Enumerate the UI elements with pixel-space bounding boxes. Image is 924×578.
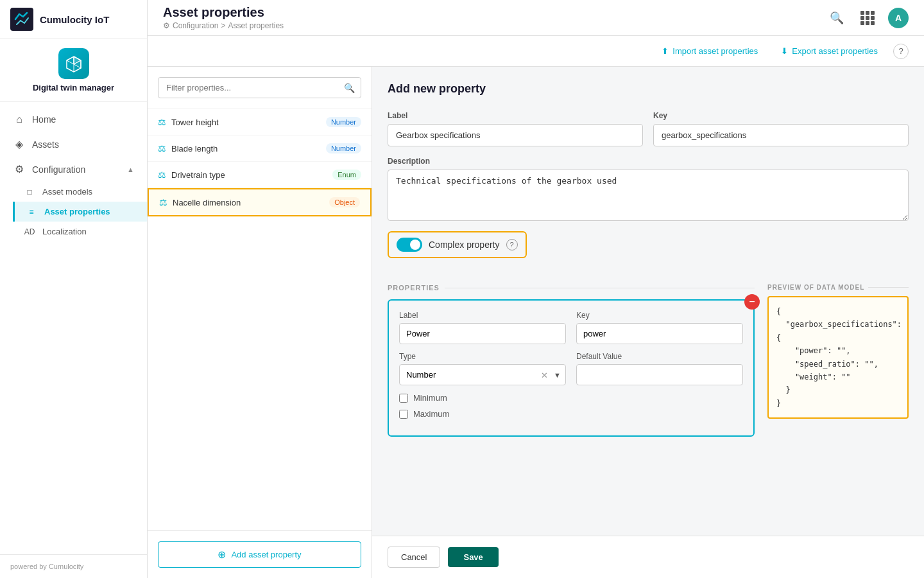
list-item[interactable]: ⚖ Drivetrain type Enum	[148, 162, 372, 188]
apps-grid-icon	[859, 10, 876, 26]
maximum-checkbox[interactable]	[399, 410, 408, 419]
type-select-wrap: Number Text Boolean Enum Date ✕	[399, 364, 566, 385]
sub-label-key-row: Label Key	[399, 311, 743, 344]
sub-label-input[interactable]	[399, 323, 566, 344]
action-bar: ⬆ Import asset properties ⬇ Export asset…	[148, 36, 924, 67]
key-field-label: Key	[653, 111, 909, 120]
property-items-list: ⚖ Tower height Number ⚖ Blade length Num…	[148, 109, 372, 530]
svg-line-5	[67, 60, 74, 64]
add-asset-property-button[interactable]: ⊕ Add asset property	[158, 541, 361, 568]
sidebar: Cumulocity IoT Digital twin manager ⌂ Ho…	[0, 0, 148, 578]
sidebar-item-asset-models[interactable]: □ Asset models	[13, 182, 147, 202]
maximum-row: Maximum	[399, 409, 743, 419]
maximum-label: Maximum	[413, 409, 449, 419]
complex-help-icon[interactable]: ?	[506, 239, 518, 250]
sub-key-field-label: Key	[576, 311, 743, 320]
export-btn[interactable]: ⬇ Export asset properties	[773, 42, 886, 60]
complex-toggle[interactable]	[397, 238, 422, 252]
sidebar-item-label: Asset properties	[44, 207, 110, 216]
search-input[interactable]	[158, 77, 361, 98]
search-icon[interactable]: 🔍	[826, 8, 847, 28]
home-icon: ⌂	[13, 114, 26, 125]
topbar-title-section: Asset properties ⚙ Configuration > Asset…	[163, 5, 284, 30]
import-btn[interactable]: ⬆ Import asset properties	[654, 42, 766, 60]
type-badge: Number	[326, 117, 361, 127]
main-area: Asset properties ⚙ Configuration > Asset…	[148, 0, 924, 578]
label-key-row: Label Key	[388, 111, 909, 146]
list-item[interactable]: ⚖ Tower height Number	[148, 109, 372, 136]
help-btn[interactable]: ?	[893, 44, 909, 59]
breadcrumb: ⚙ Configuration > Asset properties	[163, 21, 284, 30]
list-item[interactable]: ⚖ Blade length Number	[148, 136, 372, 162]
sub-label-group: Label	[399, 311, 566, 344]
cube-icon	[65, 55, 83, 73]
description-label: Description	[388, 157, 909, 166]
dtm-section: Digital twin manager	[0, 39, 147, 102]
sidebar-item-configuration[interactable]: ⚙ Configuration ▲	[0, 157, 147, 182]
property-icon: ⚖	[158, 170, 166, 180]
main-right: Add new property Label Key	[372, 67, 924, 578]
sidebar-item-home[interactable]: ⌂ Home	[0, 107, 147, 132]
page-title: Asset properties	[163, 5, 284, 20]
preview-line: }	[776, 397, 900, 410]
list-item[interactable]: ⚖ Nacelle dimension Object	[148, 188, 372, 216]
preview-line: "gearbox_specifications": {	[776, 318, 900, 344]
cancel-button[interactable]: Cancel	[388, 547, 440, 568]
form-title: Add new property	[388, 82, 909, 96]
configuration-icon: ⚙	[13, 163, 26, 175]
minimum-checkbox[interactable]	[399, 394, 408, 403]
sub-property-card: − Label Key	[388, 299, 755, 437]
type-badge: Object	[329, 197, 360, 207]
sub-type-label: Type	[399, 352, 566, 361]
sub-key-input[interactable]	[576, 323, 743, 344]
sub-default-input[interactable]	[576, 364, 743, 385]
preview-line: "power": "",	[776, 344, 900, 357]
svg-rect-0	[10, 8, 33, 31]
form-actions: Cancel Save	[372, 536, 924, 578]
breadcrumb-parent[interactable]: Configuration	[173, 21, 218, 30]
user-avatar[interactable]: A	[888, 8, 909, 28]
properties-section: PROPERTIES − Label	[388, 284, 755, 437]
clear-type-icon[interactable]: ✕	[541, 370, 548, 380]
type-badge: Number	[326, 143, 361, 153]
search-icon: 🔍	[344, 83, 355, 93]
preview-area: PREVIEW OF DATA MODEL { "gearbox_specifi…	[767, 284, 909, 450]
content-area: 🔍 ⚖ Tower height Number ⚖ Blade length	[148, 67, 924, 578]
import-icon: ⬆	[662, 46, 669, 56]
sub-type-group: Type Number Text Boolean Enum	[399, 352, 566, 385]
preview-line: "speed_ratio": "",	[776, 358, 900, 371]
sub-default-group: Default Value	[576, 352, 743, 385]
form-top: Add new property Label Key	[388, 82, 909, 271]
sub-default-label: Default Value	[576, 352, 743, 361]
localization-icon: AD	[23, 227, 36, 236]
properties-section-header: PROPERTIES	[388, 284, 755, 292]
brand-name: Cumulocity IoT	[40, 14, 109, 25]
preview-header: PREVIEW OF DATA MODEL	[767, 284, 909, 291]
sidebar-item-label: Asset models	[42, 187, 92, 197]
description-group: Description	[388, 157, 909, 221]
sub-label-field-label: Label	[399, 311, 566, 320]
sidebar-item-label: Localization	[42, 227, 87, 236]
properties-area: PROPERTIES − Label	[388, 284, 755, 450]
sub-type-default-row: Type Number Text Boolean Enum	[399, 352, 743, 385]
sub-key-group: Key	[576, 311, 743, 344]
right-content: Add new property Label Key	[372, 67, 924, 536]
label-field-input[interactable]	[388, 124, 643, 146]
dtm-label: Digital twin manager	[33, 83, 114, 92]
asset-models-icon: □	[23, 188, 36, 197]
key-field-input[interactable]	[653, 124, 909, 146]
sidebar-item-assets[interactable]: ◈ Assets	[0, 132, 147, 157]
form-bottom: PROPERTIES − Label	[388, 284, 909, 450]
description-input[interactable]	[388, 170, 909, 221]
sidebar-item-localization[interactable]: AD Localization	[13, 222, 147, 241]
minimum-label: Minimum	[413, 393, 447, 403]
save-button[interactable]: Save	[448, 547, 498, 567]
property-icon: ⚖	[158, 143, 166, 153]
preview-line: {	[776, 305, 900, 318]
sidebar-item-label: Home	[32, 114, 56, 125]
sidebar-item-asset-properties[interactable]: ≡ Asset properties	[13, 202, 147, 222]
apps-icon[interactable]	[857, 8, 878, 28]
remove-property-button[interactable]: −	[744, 294, 760, 310]
plus-icon: ⊕	[218, 548, 226, 561]
assets-icon: ◈	[13, 138, 26, 150]
